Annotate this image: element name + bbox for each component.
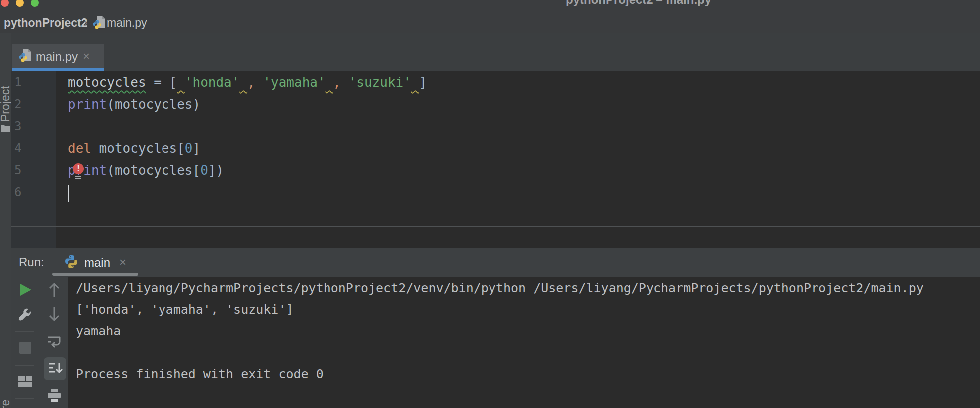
run-tool-window-header: Run: main × — [11, 248, 980, 277]
code-line[interactable]: print(motocycles[0]) — [68, 159, 427, 181]
stop-button[interactable] — [17, 339, 34, 356]
breadcrumb: pythonProject2 › main.py — [0, 14, 980, 33]
console-line: yamaha — [68, 320, 980, 342]
close-tab-icon[interactable]: × — [83, 49, 90, 63]
run-toolbar-left — [11, 277, 40, 408]
sidebar-item-project[interactable]: Project — [0, 86, 11, 122]
code-line[interactable] — [68, 115, 427, 137]
python-file-icon — [92, 16, 105, 30]
run-tab-label: main — [84, 256, 110, 270]
line-number[interactable]: 3 — [11, 115, 56, 137]
editor-run-splitter[interactable] — [11, 226, 980, 227]
editor-gutter[interactable]: 123456 — [11, 71, 56, 248]
title-bar: pythonProject2 – main.py — [0, 0, 980, 14]
text-caret — [68, 185, 69, 202]
rerun-button[interactable] — [17, 281, 34, 298]
run-panel-title: Run: — [19, 255, 44, 269]
selected-run-tab-indicator — [52, 273, 138, 276]
scroll-to-the-end-button[interactable] — [44, 357, 66, 380]
pycharm-window: pythonProject2 – main.py pythonProject2 … — [0, 0, 980, 408]
modify-run-configuration-button[interactable] — [17, 306, 34, 323]
window-title: pythonProject2 – main.py — [566, 0, 825, 7]
line-number[interactable]: 2 — [11, 93, 56, 115]
line-number[interactable]: 1 — [11, 71, 56, 93]
code-line[interactable]: del motocycles[0] — [68, 137, 427, 159]
code-line[interactable]: print(motocycles) — [68, 93, 427, 115]
line-number[interactable]: 5 — [11, 159, 56, 181]
editor-tab-bar: main.py × — [11, 33, 980, 71]
sidebar-item-structure[interactable]: Structure — [0, 400, 11, 408]
use-soft-wraps-button[interactable] — [46, 334, 63, 351]
up-the-stack-trace-button[interactable] — [46, 281, 63, 298]
breadcrumb-file[interactable]: main.py — [107, 16, 147, 30]
run-tool-window: /Users/liyang/PycharmProjects/pythonProj… — [11, 277, 980, 408]
line-number[interactable]: 6 — [11, 181, 56, 203]
error-bulb-icon[interactable]: ! — [73, 163, 84, 180]
down-the-stack-trace-button[interactable] — [46, 306, 63, 323]
python-file-icon — [18, 49, 31, 63]
restore-layout-button[interactable] — [17, 373, 34, 390]
code-lines: motocycles = [ 'honda' , 'yamaha' , 'suz… — [68, 71, 427, 203]
code-editor[interactable]: 123456 motocycles = [ 'honda' , 'yamaha'… — [11, 71, 980, 248]
console-line — [68, 342, 980, 363]
zoom-window-button[interactable] — [31, 0, 39, 7]
print-button[interactable] — [46, 387, 63, 404]
minimize-window-button[interactable] — [16, 0, 24, 7]
run-tab-main[interactable]: main × — [61, 252, 151, 274]
run-console-output[interactable]: /Users/liyang/PycharmProjects/pythonProj… — [68, 277, 980, 408]
breadcrumb-project[interactable]: pythonProject2 — [4, 16, 87, 30]
breadcrumb-separator-icon: › — [84, 16, 88, 30]
close-run-tab-icon[interactable]: × — [119, 255, 126, 269]
tab-label: main.py — [36, 50, 78, 64]
console-line: Process finished with exit code 0 — [68, 363, 980, 385]
run-toolbar-right — [40, 277, 68, 408]
folder-icon — [1, 125, 10, 132]
tool-window-stripe: Project Structure — [0, 33, 11, 408]
console-line: /Users/liyang/PycharmProjects/pythonProj… — [68, 277, 980, 299]
console-line: ['honda', 'yamaha', 'suzuki'] — [68, 299, 980, 320]
python-icon — [63, 254, 79, 270]
code-line[interactable] — [68, 181, 427, 203]
code-line[interactable]: motocycles = [ 'honda' , 'yamaha' , 'suz… — [68, 71, 427, 93]
line-number[interactable]: 4 — [11, 137, 56, 159]
tab-main-py[interactable]: main.py × — [12, 44, 104, 71]
close-window-button[interactable] — [1, 0, 9, 7]
